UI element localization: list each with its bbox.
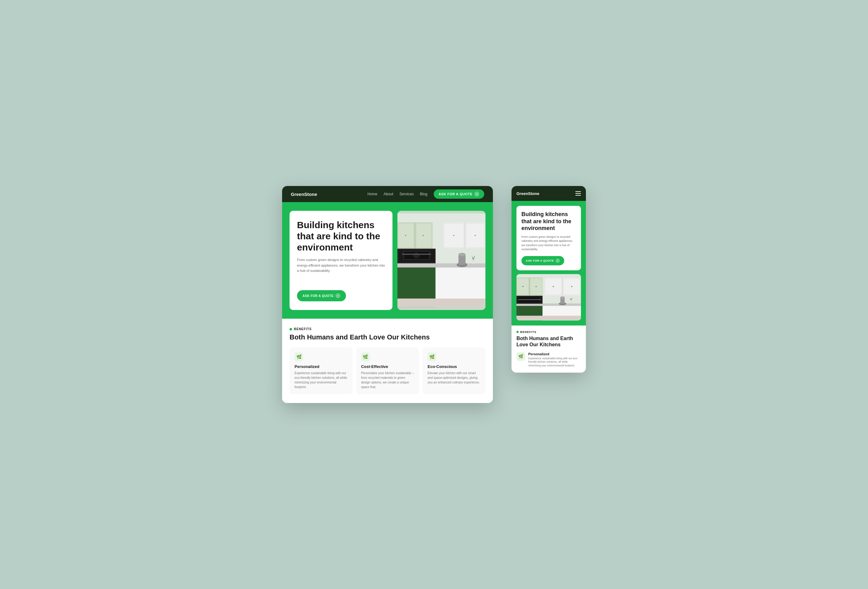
- benefit-card-personalized: 🌿 Personalized Experience sustainable li…: [289, 347, 353, 394]
- hamburger-line-2: [575, 193, 581, 194]
- desktop-benefits-title: Both Humans and Earth Love Our Kitchens: [289, 333, 486, 341]
- mobile-benefits-dot: [517, 331, 519, 333]
- mobile-hero-subtitle: From custom green designs to recycled ca…: [521, 235, 576, 252]
- desktop-nav-links: Home About Services Blog ASK FOR A QUOTE…: [368, 189, 484, 199]
- desktop-benefits-section: BENEFITS Both Humans and Earth Love Our …: [282, 319, 493, 403]
- hamburger-line-3: [575, 195, 581, 196]
- mobile-benefit-desc: Experience sustainable living with our e…: [528, 357, 581, 368]
- mobile-benefit-item-personalized: 🌿 Personalized Experience sustainable li…: [517, 352, 581, 368]
- svg-rect-14: [397, 263, 486, 267]
- mobile-benefits-tag: BENEFITS: [517, 331, 581, 334]
- svg-rect-44: [517, 303, 581, 306]
- svg-rect-48: [518, 299, 541, 300]
- mobile-kitchen-image: [517, 274, 581, 320]
- desktop-hero-text-card: Building kitchens that are kind to the e…: [289, 211, 393, 310]
- desktop-hero-section: Building kitchens that are kind to the e…: [282, 202, 493, 319]
- desktop-benefits-tag: BENEFITS: [289, 327, 486, 331]
- svg-point-37: [571, 286, 572, 287]
- svg-point-42: [523, 286, 524, 287]
- nav-cta-arrow-icon: →: [474, 192, 479, 196]
- desktop-hero-title: Building kitchens that are kind to the e…: [297, 220, 385, 253]
- nav-link-home[interactable]: Home: [368, 192, 377, 196]
- desktop-hero-cta-button[interactable]: ASK FOR A QUOTE →: [297, 290, 346, 301]
- desktop-nav: GreenStone Home About Services Blog ASK …: [282, 186, 493, 202]
- mobile-benefit-icon-leaf: 🌿: [517, 352, 525, 361]
- svg-rect-57: [517, 316, 581, 320]
- mobile-mockup: GreenStone Building kitchens that are ki…: [512, 186, 586, 373]
- mobile-benefits-label: BENEFITS: [520, 331, 537, 334]
- mobile-kitchen-svg: [517, 274, 581, 320]
- desktop-hero-text-content: Building kitchens that are kind to the e…: [297, 220, 385, 282]
- mobile-hero-cta-button[interactable]: ASK FOR A QUOTE →: [521, 256, 564, 265]
- benefit-name-3: Eco-Conscious: [428, 364, 480, 369]
- benefit-icon-leaf-3: 🌿: [428, 353, 436, 361]
- svg-point-51: [560, 296, 565, 299]
- mobile-nav: GreenStone: [512, 186, 586, 201]
- page-container: GreenStone Home About Services Blog ASK …: [282, 161, 586, 428]
- svg-point-26: [472, 259, 475, 261]
- svg-point-36: [553, 286, 554, 287]
- nav-link-about[interactable]: About: [384, 192, 393, 196]
- hero-btn-arrow-icon: →: [335, 293, 340, 298]
- svg-point-7: [422, 235, 424, 236]
- svg-point-12: [453, 235, 455, 236]
- desktop-benefits-cards: 🌿 Personalized Experience sustainable li…: [289, 347, 486, 394]
- mobile-hero-section: Building kitchens that are kind to the e…: [512, 201, 586, 326]
- benefits-dot: [289, 328, 292, 331]
- kitchen-illustration-svg: [397, 211, 486, 310]
- desktop-hero-subtitle: From custom green designs to recycled ca…: [297, 257, 385, 274]
- svg-rect-30: [397, 298, 486, 307]
- benefit-name-2: Cost-Effective: [361, 364, 414, 369]
- desktop-hero-image: [397, 211, 486, 310]
- mobile-hero-cta-label: ASK FOR A QUOTE: [526, 259, 554, 262]
- benefit-icon-leaf-2: 🌿: [361, 353, 370, 361]
- mobile-logo: GreenStone: [517, 191, 539, 196]
- mobile-hero-card: Building kitchens that are kind to the e…: [517, 206, 581, 270]
- mobile-hero-title: Building kitchens that are kind to the e…: [521, 211, 576, 232]
- benefit-name-1: Personalized: [294, 364, 347, 369]
- desktop-hero-cta-label: ASK FOR A QUOTE: [303, 294, 334, 298]
- hamburger-line-1: [575, 191, 581, 192]
- svg-point-13: [475, 235, 476, 236]
- svg-point-24: [459, 252, 466, 256]
- svg-rect-52: [570, 300, 572, 303]
- desktop-nav-cta-label: ASK FOR A QUOTE: [438, 192, 472, 196]
- svg-point-43: [535, 286, 537, 287]
- desktop-logo: GreenStone: [291, 192, 317, 197]
- desktop-nav-cta-button[interactable]: ASK FOR A QUOTE →: [434, 189, 484, 199]
- hamburger-menu-button[interactable]: [575, 191, 581, 196]
- mobile-benefits-section: BENEFITS Both Humans and Earth Love Our …: [512, 326, 586, 373]
- svg-point-6: [405, 235, 406, 236]
- benefit-icon-leaf-1: 🌿: [294, 353, 303, 361]
- mobile-benefit-content: Personalized Experience sustainable livi…: [528, 352, 581, 368]
- benefit-desc-2: Personalize your kitchen sustainably – f…: [361, 371, 414, 389]
- benefit-desc-1: Experience sustainable living with our e…: [294, 371, 347, 389]
- svg-rect-20: [402, 254, 431, 255]
- benefit-card-cost-effective: 🌿 Cost-Effective Personalize your kitche…: [356, 347, 419, 394]
- desktop-benefits-label: BENEFITS: [294, 327, 311, 331]
- mobile-btn-arrow-icon: →: [555, 258, 560, 263]
- benefit-card-eco-conscious: 🌿 Eco-Conscious Elevate your kitchen wit…: [422, 347, 486, 394]
- nav-link-blog[interactable]: Blog: [420, 192, 428, 196]
- mobile-benefits-title: Both Humans and Earth Love Our Kitchens: [517, 335, 581, 348]
- desktop-mockup: GreenStone Home About Services Blog ASK …: [282, 186, 493, 403]
- nav-link-services[interactable]: Services: [400, 192, 414, 196]
- mobile-benefit-name: Personalized: [528, 352, 581, 356]
- benefit-desc-3: Elevate your kitchen with our smart and …: [428, 371, 480, 385]
